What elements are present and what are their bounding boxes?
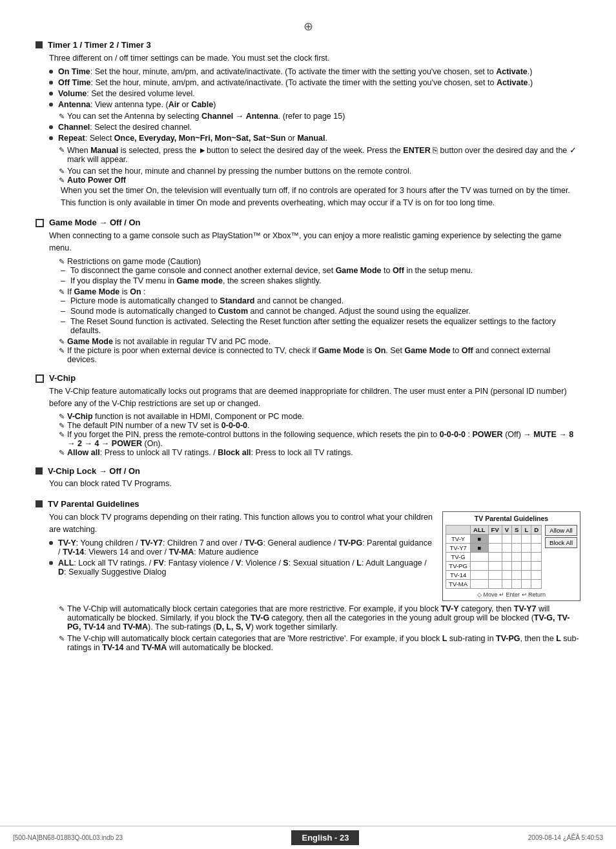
tv-table-cell-all[interactable] — [471, 571, 488, 580]
note-pencil-icon: ✎ — [59, 347, 65, 355]
tv-table-cell-s[interactable] — [512, 553, 522, 562]
restrictions-list: – To disconnect the game console and con… — [61, 266, 580, 285]
timer-section: Timer 1 / Timer 2 / Timer 3 Three differ… — [36, 40, 580, 209]
timer-volume: Volume: Set the desired volume level. — [49, 89, 580, 98]
if-on-text-3: The Reset Sound function is activated. S… — [70, 317, 580, 335]
tv-table-inner: ALL FV V S L D TV-Y — [446, 525, 577, 589]
game-mode-title: Game Mode → Off / On — [49, 218, 141, 227]
timer-volume-text: Volume: Set the desired volume level. — [58, 89, 195, 98]
tv-table-cell-all[interactable]: ■ — [471, 544, 488, 553]
tv-table-cell-all[interactable] — [471, 580, 488, 589]
vchip-square-icon — [36, 374, 44, 383]
general-note: ✎ You can set the hour, minute and chann… — [59, 167, 580, 176]
tv-parental-bullet-icon — [36, 500, 43, 507]
game-mode-note-1: ✎ Game Mode is not available in regular … — [59, 337, 580, 346]
tv-table-cell-fv[interactable] — [488, 580, 502, 589]
tv-table-cell-s[interactable] — [512, 580, 522, 589]
tv-table-wrapper: TV Parental Guidelines ALL FV V S L — [442, 511, 580, 601]
tv-table-cell-l[interactable] — [522, 544, 531, 553]
tv-table-cell-s[interactable] — [512, 535, 522, 544]
tv-parental-note-1-text: The V-Chip will automatically block cert… — [67, 604, 580, 631]
tv-table-cell-d[interactable] — [531, 535, 542, 544]
tv-table-cell-d[interactable] — [531, 544, 542, 553]
timer-bullet-list: On Time: Set the hour, minute, am/pm, an… — [49, 67, 580, 109]
dot-icon — [49, 561, 53, 565]
tv-table-cell-v[interactable] — [502, 571, 511, 580]
timer-repeat: Repeat: Select Once, Everyday, Mon~Fri, … — [49, 134, 580, 143]
tv-table-cell-l[interactable] — [522, 580, 531, 589]
if-on-item-3: – The Reset Sound function is activated.… — [61, 317, 580, 335]
tv-parental-note-1: ✎ The V-Chip will automatically block ce… — [59, 604, 580, 631]
tv-table-cell-fv[interactable] — [488, 553, 502, 562]
tv-table-cell-l[interactable] — [522, 562, 531, 571]
allow-all-button[interactable]: Allow All — [545, 525, 577, 536]
tv-table-cell-d[interactable] — [531, 562, 542, 571]
restriction-text-1: To disconnect the game console and conne… — [70, 266, 473, 275]
tv-parental-item-2: ALL: Lock all TV ratings. / FV: Fantasy … — [49, 558, 433, 577]
tv-table-cell-s[interactable] — [512, 571, 522, 580]
tv-table-cell-v[interactable] — [502, 535, 511, 544]
tv-table-cell-all[interactable]: ■ — [471, 535, 488, 544]
antenna-note: ✎ You can set the Antenna by selecting C… — [59, 112, 580, 121]
vchip-lock-content: You can block rated TV Programs. — [49, 478, 580, 490]
dash-icon: – — [61, 317, 65, 326]
dot-icon — [49, 541, 53, 545]
tv-table-cell-d[interactable] — [531, 571, 542, 580]
tv-table-cell-l[interactable] — [522, 535, 531, 544]
tv-table-cell-v[interactable] — [502, 544, 511, 553]
note-pencil-icon: ✎ — [59, 422, 65, 430]
tv-table-cell-all[interactable] — [471, 553, 488, 562]
tv-table-cell-fv[interactable] — [488, 535, 502, 544]
tv-table-header-s: S — [512, 526, 522, 535]
tv-table-cell-s[interactable] — [512, 544, 522, 553]
vchip-title: V-Chip — [49, 373, 76, 383]
tv-table-cell-fv[interactable] — [488, 544, 502, 553]
tv-parental-note-2: ✎ The V-chip will automatically block ce… — [59, 634, 580, 652]
restriction-text-2: If you display the TV menu in Game mode,… — [70, 276, 322, 285]
if-on-text-2: Sound mode is automatically changed to C… — [70, 307, 471, 316]
tv-table-cell-v[interactable] — [502, 580, 511, 589]
auto-power-text-block: When you set the timer On, the televisio… — [61, 185, 580, 209]
dot-icon — [49, 103, 53, 107]
tv-table-cell-v[interactable] — [502, 553, 511, 562]
tv-table-header-l: L — [522, 526, 531, 535]
vchip-lock-title: V-Chip Lock → Off / On — [48, 466, 140, 476]
page-number-box: English - 23 — [291, 830, 359, 845]
tv-table-cell-l[interactable] — [522, 553, 531, 562]
vchip-content: The V-Chip feature automatically locks o… — [49, 385, 580, 458]
antenna-note-text: You can set the Antenna by selecting Cha… — [67, 112, 345, 121]
tv-table-row-tvy7: TV-Y7 ■ — [446, 544, 542, 553]
timer-off-time: Off Time: Set the hour, minute, am/pm, a… — [49, 78, 580, 87]
timer-off-time-text: Off Time: Set the hour, minute, am/pm, a… — [58, 78, 533, 87]
tv-table-header-v: V — [502, 526, 511, 535]
timer-on-time: On Time: Set the hour, minute, am/pm, an… — [49, 67, 580, 76]
tv-table-cell-s[interactable] — [512, 562, 522, 571]
tv-table-cell-fv[interactable] — [488, 562, 502, 571]
game-mode-section: Game Mode → Off / On When connecting to … — [36, 218, 580, 364]
game-mode-note-2: ✎ If the picture is poor when external d… — [59, 346, 580, 364]
tv-table-cell-v[interactable] — [502, 562, 511, 571]
note-pencil-icon: ✎ — [59, 449, 65, 457]
note-pencil-icon: ✎ — [59, 167, 65, 176]
block-all-button[interactable]: Block All — [545, 537, 577, 548]
repeat-note-text: When Manual is selected, press the ►butt… — [67, 145, 580, 164]
restriction-item-2: – If you display the TV menu in Game mod… — [61, 276, 580, 285]
tv-table-cell-d[interactable] — [531, 553, 542, 562]
note-pencil-icon: ✎ — [59, 635, 65, 643]
tv-parental-title: TV Parental Guidelines — [48, 499, 139, 509]
tv-table-cell-d[interactable] — [531, 580, 542, 589]
if-on-text-1: Picture mode is automatically changed to… — [70, 296, 344, 305]
tv-table-row-tvg: TV-G — [446, 553, 542, 562]
tv-table-header-row: ALL FV V S L D — [446, 526, 542, 535]
tv-guidelines-container: You can block TV programs depending on t… — [49, 511, 580, 601]
tv-parental-item-2-text: ALL: Lock all TV ratings. / FV: Fantasy … — [58, 558, 433, 577]
note-pencil-icon: ✎ — [59, 431, 65, 439]
tv-table-cell-all[interactable] — [471, 562, 488, 571]
tv-table-cell-l[interactable] — [522, 571, 531, 580]
tv-table-cell-fv[interactable] — [488, 571, 502, 580]
tv-table-row-tvma: TV-MA — [446, 580, 542, 589]
note-pencil-icon: ✎ — [59, 112, 65, 121]
tv-table-cell-label: TV-Y — [446, 535, 471, 544]
if-on-list: – Picture mode is automatically changed … — [61, 296, 580, 335]
tv-parental-list: TV-Y: Young children / TV-Y7: Children 7… — [49, 538, 433, 577]
